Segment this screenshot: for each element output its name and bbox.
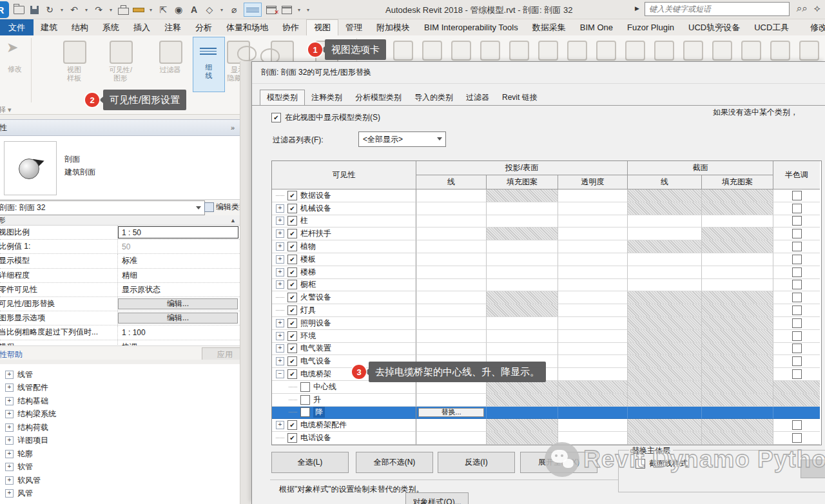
element-selector-combo[interactable]: 剖面: 剖面 32 <box>0 200 205 215</box>
halftone-checkbox[interactable] <box>792 369 802 379</box>
communication-center-icon[interactable]: ⟡ <box>814 3 820 14</box>
halftone-cell[interactable] <box>773 304 820 317</box>
section-fill-cell[interactable] <box>702 419 773 432</box>
section-fill-cell[interactable] <box>702 228 773 240</box>
transparency-cell[interactable] <box>558 279 628 292</box>
category-cell[interactable]: +✔照明设备 <box>272 317 416 330</box>
table-row-灯具[interactable]: ✔灯具 <box>272 304 821 317</box>
visibility-checkbox[interactable]: ✔ <box>287 204 297 213</box>
projection-line-cell[interactable] <box>416 330 487 343</box>
projection-fill-cell[interactable] <box>487 266 558 279</box>
visibility-checkbox[interactable]: ✔ <box>287 331 297 341</box>
section-fill-cell[interactable] <box>702 202 773 215</box>
visibility-checkbox[interactable]: ✔ <box>287 280 297 289</box>
section-line-cell[interactable] <box>628 330 702 343</box>
property-value[interactable]: 标准 <box>118 254 240 267</box>
col-header-sect-line[interactable]: 线 <box>628 175 702 189</box>
section-fill-cell[interactable] <box>702 189 773 202</box>
browser-item-软风管[interactable]: +软风管 <box>0 474 240 487</box>
category-cell[interactable]: 中心线 <box>272 381 416 394</box>
section-fill-cell[interactable] <box>702 343 773 356</box>
halftone-checkbox[interactable] <box>792 204 802 213</box>
halftone-checkbox[interactable] <box>792 344 802 353</box>
browser-item-线管配件[interactable]: +线管配件 <box>0 382 240 394</box>
ribbon-tab-Fuzor Plugin[interactable]: Fuzor Plugin <box>620 19 681 35</box>
col-header-transparency[interactable]: 透明度 <box>558 175 628 189</box>
property-value[interactable]: 精细 <box>118 269 240 282</box>
category-cell[interactable]: +✔机械设备 <box>272 202 416 215</box>
section-line-cell[interactable] <box>628 368 702 381</box>
section-fill-cell[interactable] <box>702 381 773 394</box>
show-model-categories-checkbox[interactable]: ✔ <box>271 113 281 122</box>
projection-fill-cell[interactable] <box>487 304 558 317</box>
halftone-checkbox[interactable] <box>792 318 802 328</box>
browser-item-结构基础[interactable]: +结构基础 <box>0 394 240 407</box>
visibility-checkbox[interactable]: ✔ <box>287 305 297 315</box>
projection-line-cell[interactable] <box>416 189 487 202</box>
undo-dropdown-icon[interactable]: ▾ <box>84 7 89 13</box>
expand-plus-icon[interactable]: + <box>5 450 14 458</box>
ribbon-tab-数据采集[interactable]: 数据采集 <box>525 19 573 35</box>
halftone-checkbox[interactable] <box>792 356 802 366</box>
dialog-button-全选(L)[interactable]: 全选(L) <box>271 452 349 473</box>
section-fill-cell[interactable] <box>702 304 773 317</box>
section-fill-cell[interactable] <box>702 368 773 381</box>
halftone-cell[interactable] <box>773 432 820 445</box>
thin-lines-button[interactable]: 细 线 <box>193 37 225 92</box>
halftone-cell[interactable] <box>773 419 820 432</box>
projection-line-cell[interactable]: 替换... <box>416 407 487 420</box>
expand-plus-icon[interactable]: + <box>5 436 14 445</box>
section-line-cell[interactable] <box>628 240 702 253</box>
ribbon-tab-附加模块[interactable]: 附加模块 <box>369 19 417 35</box>
palette-menu-icon[interactable]: » <box>231 124 235 131</box>
section-line-cell[interactable] <box>628 291 702 304</box>
expand-plus-icon[interactable]: + <box>276 242 284 251</box>
dialog-tab-分析模型类别[interactable]: 分析模型类别 <box>349 90 408 106</box>
col-header-visibility[interactable]: 可见性 <box>272 161 416 189</box>
expand-plus-icon[interactable]: + <box>276 421 284 429</box>
projection-line-cell[interactable] <box>416 279 487 292</box>
visibility-checkbox[interactable]: ✔ <box>287 344 297 353</box>
print-icon[interactable] <box>117 4 129 15</box>
category-cell[interactable]: +✔栏杆扶手 <box>272 228 416 240</box>
visibility-checkbox[interactable]: ✔ <box>287 191 297 200</box>
category-cell[interactable]: +✔柱 <box>272 215 416 228</box>
ribbon-tab-系统[interactable]: 系统 <box>95 19 126 35</box>
halftone-cell[interactable] <box>773 330 820 343</box>
expand-plus-icon[interactable]: + <box>276 204 284 213</box>
dialog-button-全部不选(N)[interactable]: 全部不选(N) <box>356 452 433 473</box>
table-row-电缆桥架配件[interactable]: +✔电缆桥架配件 <box>272 419 821 432</box>
search-input[interactable]: 键入关键字或短语 <box>645 2 790 16</box>
section-fill-cell[interactable] <box>702 240 773 253</box>
redo-dropdown-icon[interactable]: ▾ <box>108 7 113 13</box>
ribbon-tab-UCD工具[interactable]: UCD工具 <box>747 19 796 35</box>
section-icon[interactable]: ⌀ <box>228 4 240 15</box>
halftone-checkbox[interactable] <box>792 216 802 226</box>
ribbon-tab-管理[interactable]: 管理 <box>338 19 369 35</box>
halftone-checkbox[interactable] <box>792 293 802 302</box>
section-line-cell[interactable] <box>628 343 702 356</box>
collapse-minus-icon[interactable]: − <box>276 370 284 378</box>
projection-line-cell[interactable] <box>416 215 487 228</box>
palette-scroll-strip[interactable] <box>240 61 251 504</box>
halftone-cell[interactable] <box>773 189 820 202</box>
filter-list-combo[interactable]: <全部显示> <box>358 131 446 147</box>
ribbon-tab-视图[interactable]: 视图 <box>306 19 338 35</box>
transparency-cell[interactable] <box>558 215 628 228</box>
visibility-checkbox[interactable]: ✔ <box>287 267 297 277</box>
category-cell[interactable]: 降 <box>272 407 416 420</box>
property-edit-button[interactable]: 编辑... <box>118 298 238 309</box>
text-icon[interactable]: A <box>188 4 200 15</box>
table-row-中心线[interactable]: 中心线 <box>272 381 821 394</box>
projection-fill-cell[interactable] <box>487 407 558 420</box>
expand-plus-icon[interactable]: + <box>5 489 14 498</box>
expand-plus-icon[interactable]: + <box>5 397 14 405</box>
property-value[interactable]: 50 <box>118 240 240 253</box>
projection-fill-cell[interactable] <box>487 317 558 330</box>
property-value[interactable]: 1 : 100 <box>118 325 240 339</box>
section-line-cell[interactable] <box>628 304 702 317</box>
projection-fill-cell[interactable] <box>487 240 558 253</box>
ribbon-tab-BIM Interoperability Tools[interactable]: BIM Interoperability Tools <box>417 19 525 35</box>
property-edit-button[interactable]: 编辑... <box>118 313 238 324</box>
expand-plus-icon[interactable]: + <box>276 268 284 276</box>
